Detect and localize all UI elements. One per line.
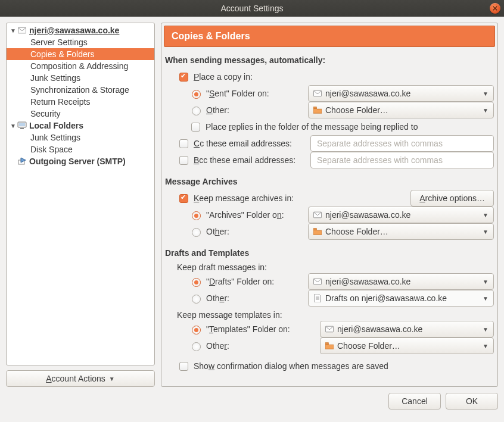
mail-icon bbox=[313, 277, 322, 286]
keep-drafts-label: Keep draft messages in: bbox=[177, 262, 267, 272]
sent-other-combo[interactable]: Choose Folder… ▼ bbox=[308, 102, 494, 118]
bcc-input-wrapper[interactable] bbox=[310, 152, 494, 168]
place-replies-checkbox[interactable] bbox=[191, 123, 200, 132]
keep-templates-label: Keep message templates in: bbox=[177, 310, 282, 320]
drafts-other-label[interactable]: Other: bbox=[206, 293, 304, 303]
drafts-folder-radio[interactable] bbox=[192, 278, 201, 287]
tree-item-disk-space[interactable]: Disk Space bbox=[7, 143, 154, 155]
svg-rect-3 bbox=[20, 128, 24, 129]
archives-account-combo[interactable]: njeri@sawasawa.co.ke ▼ bbox=[308, 207, 494, 223]
chevron-down-icon: ▼ bbox=[109, 376, 115, 382]
chevron-down-icon: ▼ bbox=[483, 212, 489, 218]
chevron-down-icon: ▼ bbox=[483, 107, 489, 114]
chevron-down-icon: ▼ bbox=[483, 279, 489, 285]
close-icon bbox=[493, 6, 497, 11]
panel-header: Copies & Folders bbox=[164, 26, 495, 47]
tree-item-copies-folders[interactable]: Copies & Folders bbox=[7, 48, 154, 60]
folder-icon bbox=[313, 106, 322, 114]
tree-item-composition[interactable]: Composition & Addressing bbox=[7, 60, 154, 72]
sent-folder-radio[interactable] bbox=[192, 90, 201, 99]
sending-section-title: When sending messages, automatically: bbox=[165, 55, 494, 65]
show-confirm-checkbox[interactable] bbox=[179, 362, 188, 371]
bcc-label[interactable]: Bcc these email addresses: bbox=[194, 155, 307, 165]
titlebar: Account Settings bbox=[0, 0, 504, 17]
cancel-button[interactable]: Cancel bbox=[388, 393, 441, 410]
archives-other-combo[interactable]: Choose Folder… ▼ bbox=[308, 223, 494, 240]
computer-icon bbox=[17, 121, 27, 130]
keep-archives-checkbox[interactable] bbox=[179, 194, 188, 203]
archives-section-title: Message Archives bbox=[165, 177, 494, 186]
mail-icon bbox=[313, 89, 322, 98]
dialog-footer: Cancel OK bbox=[0, 393, 504, 415]
tree-account-label: njeri@sawasawa.co.ke bbox=[29, 26, 119, 35]
chevron-down-icon: ▼ bbox=[9, 123, 17, 129]
templates-folder-label[interactable]: "Templates" Folder on: bbox=[206, 324, 316, 334]
close-button[interactable] bbox=[490, 3, 500, 14]
templates-other-combo[interactable]: Choose Folder… ▼ bbox=[320, 337, 494, 354]
chevron-down-icon: ▼ bbox=[483, 295, 489, 302]
templates-other-label[interactable]: Other: bbox=[206, 341, 316, 351]
tree-account-row[interactable]: ▼ njeri@sawasawa.co.ke bbox=[7, 24, 154, 36]
tree-item-sync-storage[interactable]: Synchronization & Storage bbox=[7, 84, 154, 96]
sent-folder-label[interactable]: "Sent" Folder on: bbox=[206, 89, 304, 98]
archives-folder-radio[interactable] bbox=[192, 211, 201, 220]
account-actions-menu[interactable]: Account Actions ▼ bbox=[6, 370, 155, 387]
archives-folder-label[interactable]: "Archives" Folder on: bbox=[206, 210, 304, 220]
chevron-down-icon: ▼ bbox=[483, 90, 489, 97]
drafts-folder-label[interactable]: "Drafts" Folder on: bbox=[206, 277, 304, 286]
mail-icon bbox=[325, 325, 334, 333]
tree-local-folders-label: Local Folders bbox=[29, 121, 83, 130]
sent-account-combo[interactable]: njeri@sawasawa.co.ke ▼ bbox=[308, 85, 494, 102]
place-replies-label[interactable]: Place replies in the folder of the messa… bbox=[206, 122, 418, 132]
drafts-section-title: Drafts and Templates bbox=[165, 248, 494, 258]
chevron-down-icon: ▼ bbox=[483, 343, 489, 349]
bcc-input[interactable] bbox=[316, 155, 489, 165]
svg-rect-8 bbox=[313, 229, 316, 230]
outgoing-server-icon bbox=[17, 157, 27, 166]
keep-archives-label[interactable]: Keep message archives in: bbox=[194, 193, 294, 203]
svg-rect-11 bbox=[325, 343, 328, 345]
account-actions-label: Account Actions bbox=[46, 374, 105, 383]
chevron-down-icon: ▼ bbox=[9, 27, 17, 34]
ok-button[interactable]: OK bbox=[446, 393, 498, 410]
templates-account-combo[interactable]: njeri@sawasawa.co.ke ▼ bbox=[320, 321, 494, 337]
folder-icon bbox=[313, 227, 322, 236]
drafts-other-radio[interactable] bbox=[192, 295, 201, 304]
folder-icon bbox=[325, 342, 334, 350]
cc-input[interactable] bbox=[316, 138, 489, 149]
archives-other-label[interactable]: Other: bbox=[206, 227, 304, 236]
templates-other-radio[interactable] bbox=[192, 342, 201, 351]
chevron-down-icon: ▼ bbox=[483, 326, 489, 333]
tree-item-return-receipts[interactable]: Return Receipts bbox=[7, 96, 154, 108]
drafts-other-combo[interactable]: Drafts on njeri@sawasawa.co.ke ▼ bbox=[308, 290, 494, 307]
bcc-checkbox[interactable] bbox=[179, 156, 188, 165]
mail-icon bbox=[313, 211, 322, 219]
tree-item-server-settings[interactable]: Server Settings bbox=[7, 36, 154, 48]
archives-other-radio[interactable] bbox=[192, 228, 201, 237]
svg-rect-6 bbox=[313, 107, 316, 109]
place-copy-checkbox[interactable] bbox=[179, 73, 188, 82]
sent-other-label[interactable]: Other: bbox=[206, 105, 304, 115]
window-title: Account Settings bbox=[220, 4, 283, 13]
document-icon bbox=[313, 294, 322, 302]
tree-item-local-junk[interactable]: Junk Settings bbox=[7, 132, 154, 143]
tree-item-junk-settings[interactable]: Junk Settings bbox=[7, 72, 154, 84]
tree-outgoing-label: Outgoing Server (SMTP) bbox=[29, 157, 126, 166]
svg-rect-2 bbox=[19, 123, 25, 126]
place-copy-label[interactable]: Place a copy in: bbox=[194, 72, 253, 82]
templates-folder-radio[interactable] bbox=[192, 326, 201, 335]
tree-local-folders-row[interactable]: ▼ Local Folders bbox=[7, 120, 154, 132]
cc-checkbox[interactable] bbox=[179, 139, 188, 148]
accounts-tree[interactable]: ▼ njeri@sawasawa.co.ke Server Settings C… bbox=[6, 23, 155, 365]
cc-label[interactable]: Cc these email addresses: bbox=[194, 139, 307, 148]
tree-item-security[interactable]: Security bbox=[7, 108, 154, 120]
tree-outgoing-server-row[interactable]: Outgoing Server (SMTP) bbox=[7, 155, 154, 167]
drafts-account-combo[interactable]: njeri@sawasawa.co.ke ▼ bbox=[308, 273, 494, 290]
mail-account-icon bbox=[17, 26, 27, 35]
chevron-down-icon: ▼ bbox=[483, 229, 489, 235]
cc-input-wrapper[interactable] bbox=[310, 135, 494, 152]
archive-options-button[interactable]: Archive options… bbox=[410, 190, 494, 207]
sent-other-radio[interactable] bbox=[192, 107, 201, 115]
show-confirm-label[interactable]: Show confirmation dialog when messages a… bbox=[194, 361, 388, 371]
